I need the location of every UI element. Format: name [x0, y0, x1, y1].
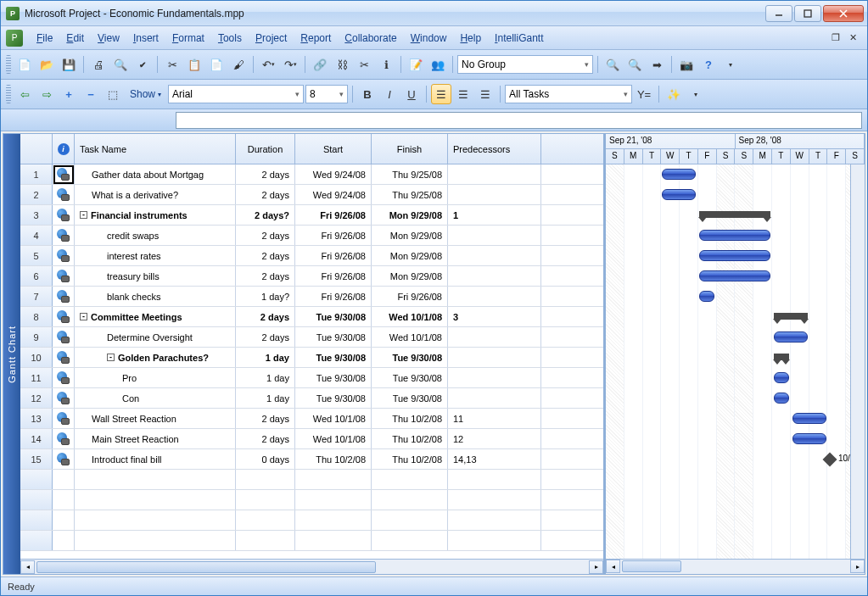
indicator-cell[interactable] — [53, 327, 75, 347]
menu-report[interactable]: Report — [294, 30, 338, 47]
project-icon[interactable]: P — [6, 30, 23, 47]
zoom-out-button[interactable]: 🔍 — [624, 54, 645, 75]
finish-cell[interactable]: Mon 9/29/08 — [372, 246, 448, 265]
toolbar-grip[interactable] — [6, 55, 11, 74]
indent-arrow-button[interactable]: ⇨ — [36, 84, 57, 104]
row-number[interactable]: 15 — [20, 449, 53, 469]
gantt-row[interactable] — [606, 388, 865, 409]
zoom-in-button[interactable]: 🔍 — [602, 54, 623, 75]
scroll-thumb[interactable] — [36, 561, 376, 573]
gantt-bar-task[interactable] — [699, 291, 714, 302]
gantt-bar-task[interactable] — [662, 189, 696, 200]
scroll-right-button[interactable]: ▸ — [589, 560, 603, 574]
duration-cell[interactable]: 2 days — [236, 164, 295, 184]
table-row-empty[interactable] — [20, 510, 603, 531]
finish-cell[interactable]: Tue 9/30/08 — [372, 348, 448, 367]
scroll-right-button[interactable]: ▸ — [850, 560, 865, 573]
underline-button[interactable]: U — [401, 84, 422, 104]
indicator-cell[interactable] — [53, 205, 75, 225]
menu-project[interactable]: Project — [249, 30, 294, 47]
hide-subtasks-button[interactable]: − — [81, 84, 101, 104]
start-cell[interactable]: Tue 9/30/08 — [295, 307, 372, 326]
row-number[interactable]: 3 — [20, 205, 53, 225]
predecessors-cell[interactable] — [448, 246, 541, 265]
table-row-empty[interactable] — [20, 490, 603, 510]
maximize-button[interactable] — [794, 5, 821, 22]
task-name-cell[interactable]: interest rates — [75, 246, 236, 265]
gantt-row-empty[interactable] — [606, 490, 865, 510]
print-preview-button[interactable]: 🔍 — [110, 54, 131, 75]
predecessors-cell[interactable] — [448, 348, 541, 367]
copy-picture-button[interactable]: 📷 — [676, 54, 697, 75]
indicator-cell[interactable] — [53, 470, 75, 489]
duration-cell[interactable]: 1 day? — [236, 287, 295, 306]
duration-cell[interactable]: 2 days? — [236, 205, 295, 225]
scroll-track[interactable] — [35, 560, 589, 574]
spelling-button[interactable]: ✔ — [132, 54, 153, 75]
close-button[interactable] — [823, 5, 864, 22]
finish-cell[interactable]: Thu 10/2/08 — [372, 409, 448, 428]
predecessors-cell[interactable]: 11 — [448, 409, 541, 428]
predecessors-cell[interactable] — [448, 510, 541, 530]
start-cell[interactable]: Wed 9/24/08 — [295, 185, 372, 204]
outline-toggle[interactable]: - — [107, 354, 115, 361]
task-name-cell[interactable]: -Committee Meetings — [75, 307, 236, 326]
minimize-button[interactable] — [765, 5, 792, 22]
finish-cell[interactable]: Thu 9/25/08 — [372, 185, 448, 204]
row-number[interactable]: 5 — [20, 246, 53, 265]
gantt-milestone[interactable] — [823, 453, 837, 467]
gantt-bar-task[interactable] — [774, 372, 789, 383]
autofilter-button[interactable]: Y= — [634, 84, 654, 104]
task-name-cell[interactable] — [75, 470, 236, 489]
gantt-row[interactable] — [606, 327, 865, 348]
view-bar[interactable]: Gantt Chart — [3, 134, 20, 574]
table-row[interactable]: 10-Golden Parachutes?1 dayTue 9/30/08Tue… — [20, 348, 603, 368]
table-row[interactable]: 2What is a derivative?2 daysWed 9/24/08T… — [20, 185, 603, 205]
duration-cell[interactable]: 2 days — [236, 266, 295, 286]
menu-help[interactable]: Help — [453, 30, 488, 47]
print-button[interactable]: 🖨 — [88, 54, 109, 75]
column-header-taskname[interactable]: Task Name — [75, 134, 236, 164]
task-name-cell[interactable]: Gather data about Mortgag — [75, 164, 236, 184]
duration-cell[interactable]: 1 day — [236, 348, 295, 367]
gantt-bar-summary[interactable] — [774, 313, 808, 320]
cut-button[interactable]: ✂ — [162, 54, 182, 75]
indicator-cell[interactable] — [53, 449, 75, 469]
start-cell[interactable]: Fri 9/26/08 — [295, 226, 372, 245]
task-name-cell[interactable] — [75, 510, 236, 530]
grid-horizontal-scrollbar[interactable]: ◂ ▸ — [20, 559, 603, 574]
table-row[interactable]: 12Con1 dayTue 9/30/08Tue 9/30/08 — [20, 388, 603, 409]
row-number[interactable]: 14 — [20, 429, 53, 448]
column-header-finish[interactable]: Finish — [372, 134, 448, 164]
open-button[interactable]: 📂 — [36, 54, 57, 75]
finish-cell[interactable]: Tue 9/30/08 — [372, 388, 448, 408]
menu-collaborate[interactable]: Collaborate — [338, 30, 403, 47]
duration-cell[interactable]: 0 days — [236, 449, 295, 469]
task-name-cell[interactable]: Wall Street Reaction — [75, 409, 236, 428]
gantt-row[interactable]: 10/ — [606, 449, 865, 470]
indicator-cell[interactable] — [53, 368, 75, 387]
row-number[interactable]: 10 — [20, 348, 53, 367]
finish-cell[interactable]: Tue 9/30/08 — [372, 368, 448, 387]
row-number[interactable]: 11 — [20, 368, 53, 387]
finish-cell[interactable] — [372, 490, 448, 510]
group-combo[interactable]: No Group▾ — [457, 55, 593, 74]
menu-tools[interactable]: Tools — [211, 30, 249, 47]
hide-assignments-button[interactable]: ⬚ — [103, 84, 123, 104]
goto-button[interactable]: ➡ — [647, 54, 667, 75]
table-row[interactable]: 7blank checks1 day?Fri 9/26/08Fri 9/26/0… — [20, 287, 603, 307]
bold-button[interactable]: B — [357, 84, 378, 104]
align-center-button[interactable]: ☰ — [453, 84, 473, 104]
start-cell[interactable]: Tue 9/30/08 — [295, 327, 372, 347]
row-number[interactable]: 6 — [20, 266, 53, 286]
info-button[interactable]: ℹ — [376, 54, 396, 75]
start-cell[interactable]: Tue 9/30/08 — [295, 368, 372, 387]
column-header-predecessors[interactable]: Predecessors — [448, 134, 541, 164]
predecessors-cell[interactable]: 3 — [448, 307, 541, 326]
predecessors-cell[interactable] — [448, 490, 541, 510]
table-row[interactable]: 5interest rates2 daysFri 9/26/08Mon 9/29… — [20, 246, 603, 266]
gantt-row[interactable] — [606, 205, 865, 226]
table-row[interactable]: 4credit swaps2 daysFri 9/26/08Mon 9/29/0… — [20, 226, 603, 246]
gantt-bar-task[interactable] — [699, 270, 770, 281]
duration-cell[interactable]: 2 days — [236, 307, 295, 326]
